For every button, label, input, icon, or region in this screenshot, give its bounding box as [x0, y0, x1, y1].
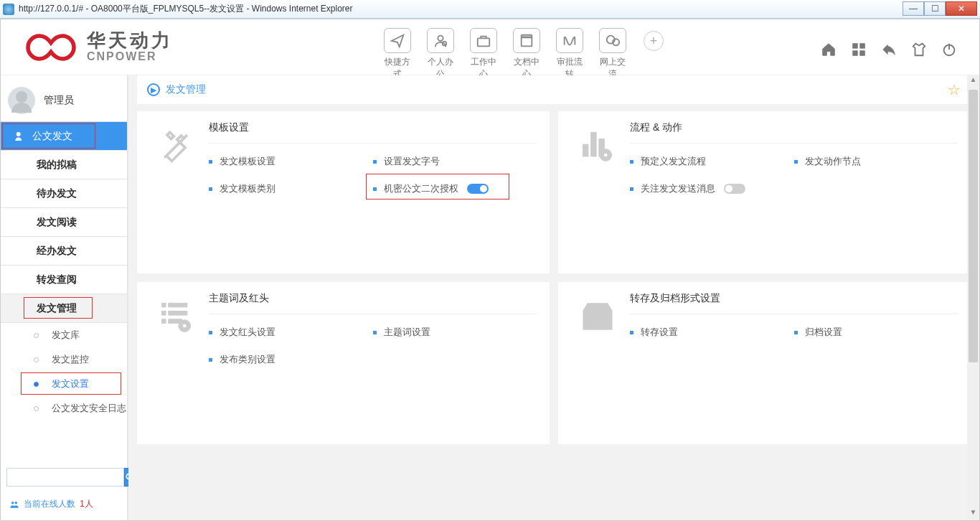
svg-rect-10 — [860, 51, 864, 55]
card-grid: 模板设置 发文模板设置 设置发文字号 发文模板类别 机密公文二次授权 流程 & … — [137, 111, 971, 444]
link-secret-auth[interactable]: 机密公文二次授权 — [373, 182, 537, 195]
sidebar-sub-library[interactable]: 发文库 — [1, 323, 127, 347]
sidebar-item-handled[interactable]: 经办发文 — [1, 237, 127, 266]
main-area: ▶ 发文管理 ☆ 模板设置 发文模板设置 设置发文字号 发文模板类别 机密公文二… — [128, 75, 979, 520]
svg-rect-23 — [161, 303, 166, 307]
archive-icon — [565, 292, 630, 431]
link-transfer[interactable]: 转存设置 — [630, 326, 794, 339]
app-frame: 华天动力 CNPOWER 快捷方式 个人办公 工作中心 文档中心 审批流转 网上… — [0, 19, 980, 521]
svg-rect-27 — [161, 319, 166, 324]
scrollbar-thumb[interactable] — [969, 90, 978, 362]
window-buttons: — ☐ ✕ — [903, 1, 977, 16]
nav-work[interactable]: 工作中心 — [467, 28, 500, 80]
svg-point-0 — [438, 35, 443, 40]
svg-point-22 — [603, 153, 608, 157]
sidebar-item-read[interactable]: 发文阅读 — [1, 208, 127, 237]
sidebar-group-manage[interactable]: 发文管理 — [1, 294, 127, 323]
scrollbar[interactable]: ▲ ▼ — [967, 75, 979, 520]
link-tpl-category[interactable]: 发文模板类别 — [209, 182, 373, 195]
app-body: 管理员 公文发文 我的拟稿 待办发文 发文阅读 经办发文 转发查阅 发文管理 发… — [1, 75, 979, 520]
svg-rect-24 — [169, 303, 187, 307]
sidebar-item-forward[interactable]: 转发查阅 — [1, 266, 127, 294]
svg-rect-26 — [169, 311, 187, 316]
online-count: 当前在线人数 1人 — [6, 494, 121, 515]
card-archive: 转存及归档形式设置 转存设置 归档设置 — [558, 282, 971, 444]
card-template: 模板设置 发文模板设置 设置发文字号 发文模板类别 机密公文二次授权 — [137, 111, 550, 273]
sidebar: 管理员 公文发文 我的拟稿 待办发文 发文阅读 经办发文 转发查阅 发文管理 发… — [1, 75, 128, 520]
svg-rect-3 — [522, 37, 532, 46]
username: 管理员 — [44, 94, 74, 107]
window-title: http://127.0.0.1/# - OA8000平台版_FPLMYSQL5… — [19, 3, 977, 15]
nav-approval[interactable]: 审批流转 — [553, 28, 586, 80]
brand-en: CNPOWER — [87, 51, 173, 63]
sidebar-menu: 公文发文 我的拟稿 待办发文 发文阅读 经办发文 转发查阅 发文管理 发文库 发… — [1, 121, 127, 421]
svg-point-30 — [182, 324, 187, 328]
sidebar-top-doc-send[interactable]: 公文发文 — [1, 122, 127, 151]
nav-add-button[interactable]: + — [644, 31, 664, 51]
list-gear-icon — [144, 292, 209, 431]
svg-point-16 — [11, 501, 14, 504]
toggle-follow-msg[interactable] — [724, 184, 745, 194]
avatar — [8, 87, 35, 114]
card-title: 主题词及红头 — [209, 292, 537, 314]
link-predef-flow[interactable]: 预定义发文流程 — [630, 155, 794, 168]
toggle-secret-auth[interactable] — [467, 184, 489, 194]
app-header: 华天动力 CNPOWER 快捷方式 个人办公 工作中心 文档中心 审批流转 网上… — [1, 19, 979, 75]
sidebar-item-pending[interactable]: 待办发文 — [1, 179, 127, 208]
brand-logo: 华天动力 CNPOWER — [22, 29, 173, 65]
ie-icon — [3, 4, 14, 15]
header-right — [820, 41, 958, 58]
svg-rect-8 — [860, 44, 864, 48]
card-theme: 主题词及红头 发文红头设置 主题词设置 发布类别设置 — [137, 282, 550, 444]
user-box: 管理员 — [1, 80, 127, 121]
crumb-arrow-icon: ▶ — [147, 83, 160, 96]
search-input[interactable] — [6, 468, 124, 487]
maximize-button[interactable]: ☐ — [924, 1, 946, 16]
link-subject[interactable]: 主题词设置 — [373, 326, 537, 339]
chart-gear-icon — [565, 121, 630, 260]
sidebar-sub-settings[interactable]: 发文设置 — [1, 372, 127, 396]
svg-rect-19 — [591, 132, 596, 156]
svg-rect-7 — [853, 44, 857, 48]
brand-cn: 华天动力 — [87, 31, 173, 50]
sidebar-item-drafts[interactable]: 我的拟稿 — [1, 151, 127, 179]
window-titlebar: http://127.0.0.1/# - OA8000平台版_FPLMYSQL5… — [0, 0, 980, 19]
svg-point-13 — [17, 132, 21, 136]
crumb-title: 发文管理 — [166, 83, 206, 96]
sidebar-sub-log[interactable]: 公文发文安全日志 — [1, 396, 127, 421]
nav-chat[interactable]: 网上交流 — [596, 28, 629, 80]
link-redhead[interactable]: 发文红头设置 — [209, 326, 373, 339]
power-icon[interactable] — [941, 41, 958, 58]
svg-point-17 — [15, 501, 17, 504]
minimize-button[interactable]: — — [903, 1, 924, 16]
svg-rect-18 — [583, 144, 588, 156]
card-title: 转存及归档形式设置 — [630, 292, 958, 314]
breadcrumb: ▶ 发文管理 ☆ — [137, 75, 971, 104]
card-title: 流程 & 动作 — [630, 121, 958, 144]
nav-docs[interactable]: 文档中心 — [510, 28, 543, 80]
shirt-icon[interactable] — [910, 41, 928, 58]
top-nav: 快捷方式 个人办公 工作中心 文档中心 审批流转 网上交流 + — [381, 28, 664, 80]
link-doc-number[interactable]: 设置发文字号 — [373, 155, 537, 168]
svg-rect-2 — [478, 38, 490, 46]
link-action-node[interactable]: 发文动作节点 — [794, 155, 958, 168]
card-title: 模板设置 — [209, 121, 537, 144]
sidebar-sub-monitor[interactable]: 发文监控 — [1, 347, 127, 372]
nav-personal[interactable]: 个人办公 — [424, 28, 457, 80]
nav-shortcut[interactable]: 快捷方式 — [381, 28, 414, 80]
tools-icon — [144, 121, 209, 260]
svg-rect-25 — [161, 311, 166, 316]
home-icon[interactable] — [820, 41, 837, 58]
link-publish-cat[interactable]: 发布类别设置 — [209, 353, 373, 366]
link-archive[interactable]: 归档设置 — [794, 326, 958, 339]
apps-icon[interactable] — [850, 41, 867, 58]
sidebar-footer: 当前在线人数 1人 — [1, 462, 127, 520]
favorite-star-icon[interactable]: ☆ — [948, 81, 961, 98]
link-tpl-setting[interactable]: 发文模板设置 — [209, 155, 373, 168]
link-follow-msg[interactable]: 关注发文发送消息 — [630, 182, 794, 195]
card-flow: 流程 & 动作 预定义发文流程 发文动作节点 关注发文发送消息 — [558, 111, 971, 273]
svg-rect-32 — [593, 316, 601, 321]
svg-rect-9 — [853, 51, 857, 55]
close-button[interactable]: ✕ — [946, 1, 977, 16]
reply-icon[interactable] — [880, 41, 897, 58]
